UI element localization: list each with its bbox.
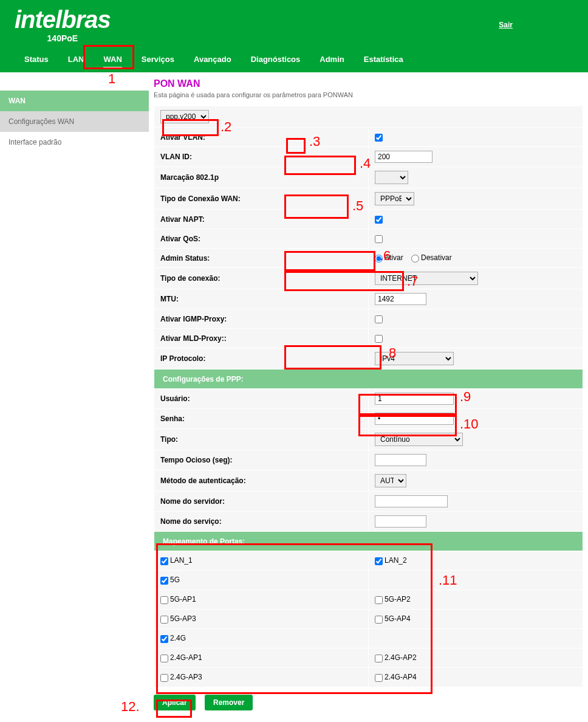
8021p-label: Marcação 802.1p: [154, 167, 369, 188]
callout-5: .5: [352, 198, 363, 214]
portmap-label: 2.4G-AP4: [385, 673, 417, 681]
portmap-checkbox[interactable]: [160, 577, 168, 585]
nav-item-status[interactable]: Status: [15, 46, 58, 72]
napt-label: Ativar NAPT:: [154, 210, 369, 229]
sidebar-item-default-iface[interactable]: Interface padrão: [0, 132, 149, 153]
nav-item-estatística[interactable]: Estatística: [354, 46, 413, 72]
nav-item-diagnósticos[interactable]: Diagnósticos: [241, 46, 310, 72]
navbar: StatusLANWANServiçosAvançadoDiagnósticos…: [0, 46, 588, 72]
portmap-label: 5G-AP1: [170, 595, 196, 603]
vlan-enable-checkbox[interactable]: [375, 134, 383, 142]
admin-status-label: Admin Status:: [154, 249, 369, 268]
callout-11: .11: [439, 572, 457, 588]
ppp-auth-label: Método de autenticação:: [154, 470, 369, 492]
ppp-pass-input[interactable]: [375, 413, 454, 425]
nav-item-wan[interactable]: WAN: [94, 46, 131, 72]
page-title: PON WAN: [154, 78, 583, 89]
ppp-idle-label: Tempo Ocioso (seg):: [154, 450, 369, 470]
nav-item-lan[interactable]: LAN: [58, 46, 94, 72]
wan-conn-type-select[interactable]: PPPoE: [375, 192, 414, 205]
portmap-label: 2.4G-AP1: [170, 653, 202, 662]
ppp-pass-label: Senha:: [154, 409, 369, 429]
portmap-checkbox[interactable]: [160, 635, 168, 643]
callout-8: .8: [385, 345, 396, 361]
napt-checkbox[interactable]: [375, 216, 383, 224]
portmap-label: 2.4G: [170, 634, 186, 642]
mld-checkbox[interactable]: [375, 335, 383, 343]
portmap-label: 2.4G-AP2: [385, 653, 417, 662]
mld-label: Ativar MLD-Proxy::: [154, 329, 369, 348]
qos-checkbox[interactable]: [375, 235, 383, 243]
portmap-label: 5G: [170, 576, 180, 584]
conn-type-label: Tipo de conexão:: [154, 268, 369, 289]
callout-10: .10: [460, 416, 479, 432]
logo: intelbras 140PoE: [15, 6, 111, 43]
ppp-type-label: Tipo:: [154, 429, 369, 450]
portmap-checkbox[interactable]: [160, 674, 168, 682]
admin-status-off-radio[interactable]: [411, 255, 419, 263]
callout-12: 12.: [121, 699, 140, 715]
ppp-server-input[interactable]: [375, 495, 448, 507]
callout-7: .7: [407, 273, 418, 289]
logo-subtitle: 140PoE: [15, 33, 111, 43]
admin-off-text: Desativar: [421, 253, 452, 262]
ipproto-label: IP Protocolo:: [154, 348, 369, 370]
portmap-checkbox[interactable]: [375, 674, 383, 682]
portmap-checkbox[interactable]: [160, 557, 168, 565]
portmap-checkbox[interactable]: [375, 655, 383, 662]
ppp-idle-input[interactable]: [375, 454, 426, 466]
wan-conn-type-label: Tipo de Conexão WAN:: [154, 188, 369, 210]
sidebar: WAN Configurações WAN Interface padrão: [0, 72, 149, 722]
nav-item-admin[interactable]: Admin: [310, 46, 354, 72]
profile-select[interactable]: ppp.v200: [160, 110, 209, 123]
sidebar-item-config-wan[interactable]: Configurações WAN: [0, 111, 149, 132]
ppp-auth-select[interactable]: AUTO: [375, 474, 406, 487]
callout-1: 1: [108, 71, 115, 87]
portmap-label: 5G-AP3: [170, 614, 196, 623]
wan-form-table: ppp.v200 Ativar VLAN: VLAN ID: Marcação …: [154, 106, 583, 687]
portmap-checkbox[interactable]: [375, 557, 383, 565]
apply-button[interactable]: Aplicar: [154, 695, 196, 710]
mtu-input[interactable]: [375, 293, 426, 305]
page-subtitle: Esta página é usada para configurar os p…: [154, 91, 583, 98]
ppp-type-select[interactable]: Contínuo: [375, 433, 463, 446]
conn-type-select[interactable]: INTERNET: [375, 272, 478, 285]
callout-4: .4: [360, 156, 371, 171]
ppp-user-label: Usuário:: [154, 389, 369, 409]
igmp-label: Ativar IGMP-Proxy:: [154, 309, 369, 329]
nav-item-avançado[interactable]: Avançado: [184, 46, 241, 72]
logo-text: intelbras: [15, 6, 111, 33]
nav-item-serviços[interactable]: Serviços: [132, 46, 184, 72]
callout-9: .9: [460, 389, 471, 405]
portmap-label: 5G-AP2: [385, 595, 411, 603]
remove-button[interactable]: Remover: [205, 695, 253, 710]
portmap-label: 2.4G-AP3: [170, 673, 202, 681]
portmap-label: 5G-AP4: [385, 614, 411, 623]
sidebar-section-wan: WAN: [0, 91, 149, 111]
ppp-service-label: Nome do serviço:: [154, 512, 369, 532]
mtu-label: MTU:: [154, 289, 369, 309]
portmap-label: LAN_2: [385, 556, 407, 565]
callout-6: .6: [380, 248, 391, 264]
portmap-checkbox[interactable]: [160, 596, 168, 604]
8021p-select[interactable]: [375, 171, 408, 184]
portmap-label: LAN_1: [170, 556, 193, 565]
vlan-id-input[interactable]: [375, 151, 432, 163]
vlan-enable-label: Ativar VLAN:: [154, 128, 369, 147]
callout-2: .2: [220, 119, 231, 135]
portmap-header: Mapeamento de Portas:: [154, 532, 583, 551]
ppp-service-input[interactable]: [375, 515, 426, 528]
callout-3: .3: [309, 134, 320, 150]
portmap-checkbox[interactable]: [375, 596, 383, 604]
portmap-checkbox[interactable]: [160, 616, 168, 624]
portmap-checkbox[interactable]: [375, 616, 383, 624]
ppp-user-input[interactable]: [375, 393, 454, 405]
ppp-server-label: Nome do servidor:: [154, 492, 369, 512]
vlan-id-label: VLAN ID:: [154, 147, 369, 167]
ppp-header: Configurações de PPP:: [154, 370, 583, 389]
igmp-checkbox[interactable]: [375, 315, 383, 323]
portmap-checkbox[interactable]: [160, 655, 168, 662]
qos-label: Ativar QoS:: [154, 229, 369, 249]
header: intelbras 140PoE Sair StatusLANWANServiç…: [0, 0, 588, 72]
logout-link[interactable]: Sair: [499, 21, 513, 29]
